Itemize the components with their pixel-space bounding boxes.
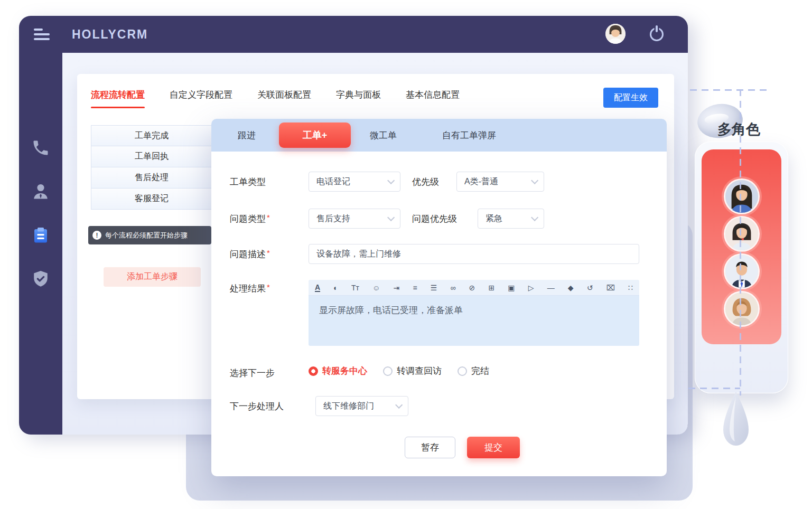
tab-process-flow[interactable]: 流程流转配置	[91, 89, 145, 108]
chevron-down-icon	[387, 214, 395, 221]
next-step-label: 选择下一步	[230, 367, 275, 379]
tab-ticket-plus[interactable]: 工单+	[279, 122, 351, 148]
notice-toast: ! 每个流程必须配置开始步骤	[88, 226, 211, 244]
ticket-type-select[interactable]: 电话登记	[309, 172, 400, 192]
link-icon[interactable]: ∞	[450, 284, 455, 291]
undo-icon[interactable]: ↺	[587, 284, 593, 291]
chevron-down-icon	[387, 177, 395, 184]
align-icon[interactable]: ≡	[413, 284, 417, 291]
tab-follow-up[interactable]: 跟进	[238, 119, 256, 152]
result-editor[interactable]: A◐Tт☺⇥≡☰∞⊘⊞▣▷—◆↺⌧∷ 显示屏故障，电话已受理，准备派单	[309, 280, 639, 346]
fullscreen-icon[interactable]: ∷	[628, 284, 633, 291]
delete-icon[interactable]: ⌧	[606, 284, 615, 291]
issue-desc-label: 问题描述*	[230, 248, 270, 260]
list-icon[interactable]: ☰	[431, 284, 437, 291]
issue-type-label: 问题类型*	[230, 213, 270, 225]
app-title: HOLLYCRM	[72, 27, 148, 42]
chevron-down-icon	[531, 214, 538, 221]
priority-label: 优先级	[412, 176, 439, 188]
tab-micro-ticket[interactable]: 微工单	[370, 119, 397, 152]
unlink-icon[interactable]: ⊘	[469, 284, 475, 291]
menu-icon[interactable]	[34, 29, 51, 41]
warning-icon: !	[92, 231, 101, 240]
tab-custom-fields[interactable]: 自定义字段配置	[170, 89, 232, 108]
font-size-icon[interactable]: Tт	[351, 284, 359, 291]
eraser-icon[interactable]: ◆	[568, 284, 574, 291]
role-avatar-female-staff	[725, 293, 758, 325]
multi-role-panel	[695, 142, 788, 393]
clipboard-icon[interactable]	[31, 226, 50, 245]
sidebar	[19, 53, 62, 435]
result-label: 处理结果*	[230, 282, 270, 295]
chevron-down-icon	[395, 401, 403, 409]
editor-toolbar: A◐Tт☺⇥≡☰∞⊘⊞▣▷—◆↺⌧∷	[309, 280, 639, 296]
next-step-radio-group: 转服务中心 转调查回访 完结	[309, 365, 489, 377]
save-draft-button[interactable]: 暂存	[405, 437, 455, 458]
ticket-modal: 跟进 工单+ 微工单 自有工单弹屏 工单类型 电话登记 优先级 A类-普通 问题…	[211, 119, 667, 476]
user-icon[interactable]	[31, 182, 50, 201]
workflow-step-list: 工单完成工单回执售后处理客服登记	[91, 125, 212, 210]
issue-priority-label: 问题优先级	[412, 213, 457, 225]
video-icon[interactable]: ▷	[528, 284, 534, 291]
user-avatar[interactable]	[605, 24, 626, 44]
workflow-step-label: 售后处理	[135, 172, 169, 183]
role-avatar-male-manager	[725, 255, 758, 288]
role-avatar-female-agent	[725, 180, 758, 213]
emoji-icon[interactable]: ☺	[372, 284, 380, 291]
workflow-step[interactable]: 售后处理	[91, 167, 212, 188]
issue-priority-select[interactable]: 紧急	[478, 209, 544, 229]
radio-dot-icon	[383, 366, 393, 376]
next-handler-label: 下一步处理人	[230, 400, 284, 412]
font-style-icon[interactable]: A	[315, 284, 320, 292]
multi-role-label: 多角色	[717, 120, 760, 139]
tab-dictionary-panel[interactable]: 字典与面板	[336, 89, 381, 108]
tab-basic-info[interactable]: 基本信息配置	[406, 89, 460, 108]
palette-icon[interactable]: ◐	[333, 284, 338, 291]
workflow-step-label: 工单回执	[135, 151, 169, 162]
submit-button[interactable]: 提交	[467, 437, 520, 458]
add-step-button[interactable]: 添加工单步骤	[104, 267, 201, 287]
shield-check-icon[interactable]	[31, 269, 50, 288]
workflow-step[interactable]: 客服登记	[91, 188, 212, 210]
workflow-step-label: 客服登记	[135, 193, 169, 204]
tab-own-ticket-popup[interactable]: 自有工单弹屏	[442, 119, 496, 152]
notice-text: 每个流程必须配置开始步骤	[105, 231, 188, 240]
radio-transfer-service-center[interactable]: 转服务中心	[309, 365, 367, 377]
phone-icon[interactable]	[31, 138, 50, 157]
priority-select[interactable]: A类-普通	[456, 172, 544, 192]
table-icon[interactable]: ⊞	[488, 284, 494, 291]
drop-decoration	[720, 391, 752, 457]
radio-transfer-survey-callback[interactable]: 转调查回访	[383, 365, 442, 377]
hr-icon[interactable]: —	[547, 284, 555, 291]
dashed-line-top	[690, 89, 770, 91]
radio-dot-icon	[458, 366, 467, 376]
radio-finish[interactable]: 完结	[458, 365, 489, 377]
editor-content[interactable]: 显示屏故障，电话已受理，准备派单	[309, 296, 639, 346]
power-icon[interactable]	[650, 27, 664, 41]
issue-desc-input[interactable]: 设备故障，需上门维修	[309, 244, 639, 264]
page-tab-bar: 流程流转配置 自定义字段配置 关联面板配置 字典与面板 基本信息配置	[91, 89, 460, 108]
role-avatar-headset-agent	[725, 218, 758, 250]
issue-type-select[interactable]: 售后支持	[309, 209, 400, 229]
workflow-step[interactable]: 工单完成	[91, 125, 212, 146]
image-icon[interactable]: ▣	[508, 284, 515, 291]
screen: HOLLYCRM	[0, 0, 812, 509]
role-list-panel	[702, 149, 781, 344]
workflow-step[interactable]: 工单回执	[91, 146, 212, 167]
workflow-step-label: 工单完成	[135, 130, 169, 142]
chevron-down-icon	[531, 177, 538, 184]
modal-tab-bar: 跟进 工单+ 微工单 自有工单弹屏	[211, 119, 667, 152]
apply-config-button[interactable]: 配置生效	[603, 88, 658, 108]
app-header: HOLLYCRM	[19, 16, 688, 53]
ticket-type-label: 工单类型	[230, 176, 266, 188]
dashed-line-bottom	[688, 388, 740, 389]
next-handler-select[interactable]: 线下维修部门	[315, 396, 408, 416]
radio-dot-icon	[309, 366, 318, 376]
tab-linked-panel[interactable]: 关联面板配置	[257, 89, 311, 108]
indent-icon[interactable]: ⇥	[393, 284, 399, 291]
